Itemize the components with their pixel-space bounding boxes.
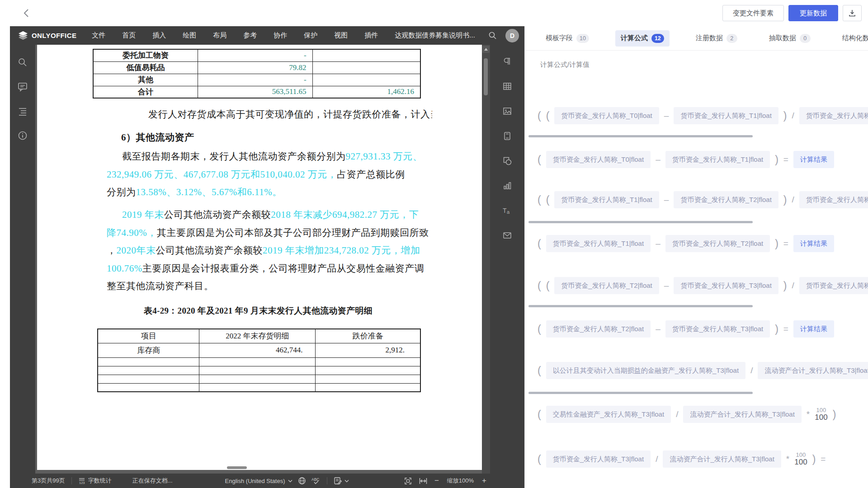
update-data-button[interactable]: 更新数据: [788, 5, 838, 21]
field-pill[interactable]: 货币资金_发行人简称_T1|float: [674, 107, 778, 124]
field-pill[interactable]: 货币资金_发行人简称_T0|float: [546, 151, 651, 168]
field-pill[interactable]: 货币资金_发行人简称_T2|float: [554, 277, 659, 294]
formula-paren: (: [546, 110, 550, 122]
app-window: 变更文件要素 更新数据 ONLYOFFICE: [0, 0, 868, 488]
headers-footers-icon[interactable]: [501, 130, 513, 142]
formula-paren: ): [812, 453, 816, 465]
formula-operator: /: [656, 454, 658, 464]
table-row: 其他-: [93, 74, 420, 86]
vertical-scrollbar[interactable]: [482, 45, 490, 474]
field-pill[interactable]: 货币资金_发行人简称_T1|float: [665, 151, 770, 168]
fit-width-icon[interactable]: [419, 478, 427, 484]
document-page[interactable]: 委托加工物资-低值易耗品79.82其他-合计563,511.651,462.16…: [37, 45, 482, 470]
table-cell: [199, 366, 316, 375]
text-art-settings-icon[interactable]: Ta: [501, 205, 513, 216]
doc-text-line: 100.76%主要原因是会计报表重分类，公司将理财产品从交易性金融资产调: [107, 259, 432, 277]
zoom-out-button[interactable]: −: [434, 476, 439, 485]
menu-item-4[interactable]: 绘图: [183, 31, 196, 40]
menu-item-5[interactable]: 布局: [213, 31, 226, 40]
doc-text-line: 整至其他流动资产科目。: [107, 277, 432, 295]
menu-item-6[interactable]: 参考: [243, 31, 257, 40]
vertical-scrollbar-thumb[interactable]: [484, 58, 488, 95]
menu-bar: ONLYOFFICE 文件首页插入绘图布局参考协作保护视图插件达观数据债券募集说…: [10, 26, 524, 45]
left-toolbar: [10, 45, 35, 474]
comments-icon[interactable]: [17, 81, 28, 93]
tab-label: 模板字段: [546, 34, 573, 42]
formula-operator: –: [656, 155, 660, 164]
paragraph-settings-icon[interactable]: [501, 56, 513, 67]
zoom-in-button[interactable]: +: [482, 476, 486, 485]
menu-item-3[interactable]: 插入: [152, 31, 166, 40]
chart-settings-icon[interactable]: [501, 180, 513, 192]
table-cell: 1,462.16: [312, 86, 420, 98]
field-pill[interactable]: 流动资产合计_发行人简称_T3|float: [758, 362, 868, 379]
menu-item-7[interactable]: 协作: [274, 31, 287, 40]
zoom-level[interactable]: 缩放100%: [447, 477, 474, 485]
fraction-value[interactable]: 100100: [794, 452, 807, 467]
page-indicator[interactable]: 第3页共99页: [32, 477, 65, 485]
field-pill[interactable]: 交易性金融资产_发行人简称_T3|float: [546, 406, 671, 423]
statusbar-divider: [327, 477, 327, 484]
navigation-icon[interactable]: [17, 105, 28, 117]
image-settings-icon[interactable]: [501, 105, 513, 117]
field-pill[interactable]: 货币资金_发行人简称_T0|float: [554, 107, 659, 124]
field-pill[interactable]: 货币资金_发行人简称_T2|float: [674, 191, 778, 208]
field-pill[interactable]: 流动资产合计_发行人简称_T3|float: [683, 406, 801, 423]
field-pill[interactable]: 货币资金_发行人简称_T1|float: [546, 235, 651, 252]
spellcheck-icon[interactable]: ABC: [311, 477, 321, 485]
formula-paren: ): [783, 110, 787, 122]
table-settings-icon[interactable]: [501, 80, 513, 92]
table-row: [98, 383, 420, 392]
field-pill[interactable]: 货币资金_发行人简称_T3|float: [665, 320, 770, 338]
field-pill[interactable]: 货币资金_发行人简称_T2|float: [546, 320, 651, 338]
menu-item-11[interactable]: 达观数据债券募集说明书...: [395, 31, 475, 40]
search-icon[interactable]: [486, 30, 498, 42]
tab-2[interactable]: 计算公式12: [615, 30, 670, 47]
result-pill[interactable]: 计算结果: [793, 235, 834, 252]
field-pill[interactable]: 货币资金_发行人简称_T3|float: [799, 277, 868, 294]
formula-row: (货币资金_发行人简称_T1|float–货币资金_发行人简称_T2|float…: [538, 235, 834, 252]
result-pill[interactable]: 计算结果: [793, 320, 834, 338]
menu-item-9[interactable]: 视图: [334, 31, 348, 40]
result-pill[interactable]: 计算结果: [793, 151, 834, 168]
field-pill[interactable]: 货币资金_发行人简称_T2|float: [665, 235, 770, 252]
fit-page-icon[interactable]: [404, 477, 412, 485]
tab-3[interactable]: 注册数据2: [690, 30, 743, 47]
document-language-icon[interactable]: [298, 477, 306, 485]
track-changes-control[interactable]: [334, 477, 349, 485]
formula-paren: (: [538, 280, 541, 292]
tab-4[interactable]: 抽取数据0: [764, 30, 816, 47]
field-pill[interactable]: 货币资金_发行人简称_T1|float: [554, 191, 659, 208]
fraction-value[interactable]: 100100: [815, 407, 827, 422]
word-count[interactable]: 123 字数统计: [78, 477, 112, 485]
mail-merge-icon[interactable]: [501, 230, 513, 241]
about-icon[interactable]: [17, 130, 28, 141]
tab-label: 结构化数据: [842, 34, 868, 42]
menu-item-10[interactable]: 插件: [364, 31, 378, 40]
table-cell: [316, 357, 420, 366]
language-selector[interactable]: English (United States): [225, 478, 292, 484]
find-icon[interactable]: [17, 56, 28, 68]
tab-5[interactable]: 结构化数据0: [837, 30, 868, 47]
download-button[interactable]: [843, 5, 862, 21]
doc-text: 公司其他流动资产余额较: [156, 245, 263, 256]
back-icon[interactable]: [21, 7, 33, 19]
user-avatar[interactable]: D: [505, 29, 519, 42]
highlighted-value: 2018 年末减少694,982.27 万元，下: [271, 209, 419, 220]
scroll-up-icon[interactable]: [482, 46, 490, 53]
field-pill[interactable]: 流动资产合计_发行人简称_T3|float: [663, 450, 781, 468]
menu-item-1[interactable]: 文件: [92, 31, 105, 40]
horizontal-scrollbar-thumb[interactable]: [227, 466, 247, 469]
field-pill[interactable]: 货币资金_发行人简称_T1|float: [799, 107, 868, 124]
menu-item-8[interactable]: 保护: [304, 31, 317, 40]
change-file-elements-button[interactable]: 变更文件要素: [722, 5, 784, 21]
menu-item-2[interactable]: 首页: [122, 31, 136, 40]
formula-paren: (: [538, 408, 541, 421]
field-pill[interactable]: 以公计且其变动计入当期损益的金融资产_发行人简称_T3|float: [546, 362, 745, 379]
tab-1[interactable]: 模板字段10: [540, 30, 594, 47]
field-pill[interactable]: 货币资金_发行人简称_T2|float: [799, 191, 868, 208]
field-pill[interactable]: 货币资金_发行人简称_T3|float: [674, 277, 778, 294]
shape-settings-icon[interactable]: [501, 155, 513, 167]
field-pill[interactable]: 货币资金_发行人简称_T3|float: [546, 450, 651, 468]
table-row: 合计563,511.651,462.16: [93, 86, 420, 98]
